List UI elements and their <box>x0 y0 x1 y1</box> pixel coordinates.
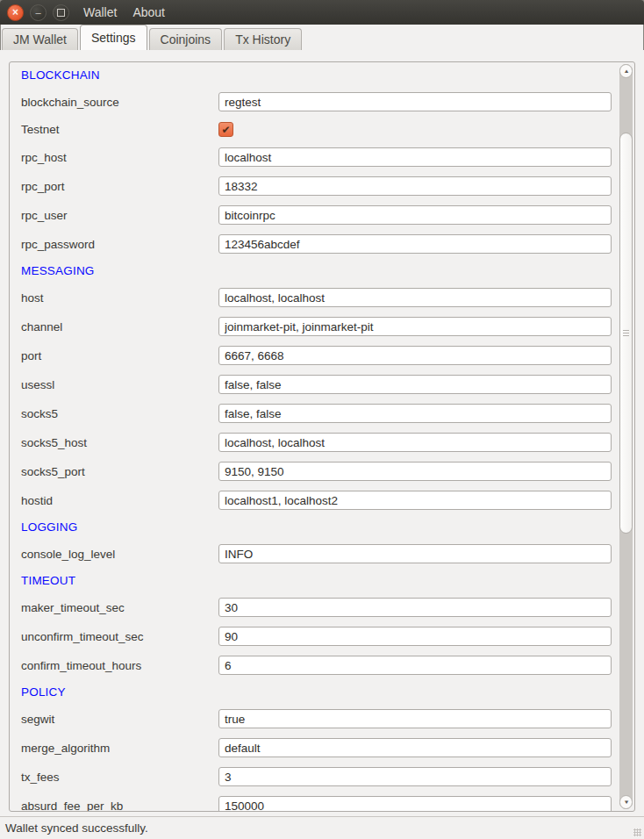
settings-row: channel <box>21 317 612 336</box>
unconfirm-timeout-sec-input[interactable] <box>218 627 612 646</box>
settings-row: maker_timeout_sec <box>21 598 612 617</box>
field-label: rpc_user <box>21 209 218 222</box>
settings-row: merge_algorithm <box>21 738 612 757</box>
settings-row: absurd_fee_per_kb <box>21 796 612 811</box>
field-label: socks5_port <box>21 465 218 478</box>
field-label: channel <box>21 320 218 333</box>
close-button[interactable]: × <box>7 4 24 21</box>
field-label: tx_fees <box>21 771 218 784</box>
hostid-input[interactable] <box>218 491 612 510</box>
merge-algorithm-input[interactable] <box>218 738 612 757</box>
tab-bar: JM Wallet Settings Coinjoins Tx History <box>0 25 644 50</box>
section-header-timeout: TIMEOUT <box>21 573 612 588</box>
rpc-password-input[interactable] <box>218 234 612 254</box>
testnet-checkbox[interactable]: ✔ <box>218 122 233 137</box>
settings-row: socks5_port <box>21 462 612 481</box>
socks5-host-input[interactable] <box>218 433 612 452</box>
settings-row: rpc_host <box>21 147 612 167</box>
status-message: Wallet synced successfully. <box>5 821 148 835</box>
field-label: host <box>21 291 218 305</box>
menu-about[interactable]: About <box>125 0 173 25</box>
settings-row: confirm_timeout_hours <box>21 656 612 675</box>
settings-row: port <box>21 346 612 365</box>
section-header-messaging: MESSAGING <box>21 263 612 278</box>
port-input[interactable] <box>218 346 612 365</box>
settings-row: rpc_password <box>21 234 612 254</box>
settings-row: tx_fees <box>21 767 612 786</box>
settings-row: segwit <box>21 709 612 728</box>
tab-settings[interactable]: Settings <box>80 25 147 50</box>
host-input[interactable] <box>218 288 612 307</box>
vertical-scrollbar[interactable]: ▲ ▼ <box>619 64 633 809</box>
minimize-icon: – <box>35 8 40 18</box>
field-label: hostid <box>21 494 218 507</box>
settings-row: socks5_host <box>21 433 612 452</box>
field-label: blockchain_source <box>21 96 218 109</box>
section-header-logging: LOGGING <box>21 520 612 534</box>
field-label: console_log_level <box>21 548 218 561</box>
scroll-down-button[interactable]: ▼ <box>619 795 633 809</box>
field-label: absurd_fee_per_kb <box>21 800 218 812</box>
section-header-blockchain: BLOCKCHAIN <box>21 68 612 82</box>
scroll-down-icon: ▼ <box>623 800 629 805</box>
maximize-icon <box>57 9 65 17</box>
settings-row: socks5 <box>21 404 612 423</box>
rpc-user-input[interactable] <box>218 205 612 225</box>
socks5-input[interactable] <box>218 404 612 423</box>
settings-row: rpc_user <box>21 205 612 225</box>
field-label: Testnet <box>21 123 218 136</box>
field-label: segwit <box>21 713 218 726</box>
settings-row: host <box>21 288 612 307</box>
close-icon: × <box>12 7 18 18</box>
scroll-up-icon: ▲ <box>623 68 629 74</box>
settings-row: unconfirm_timeout_sec <box>21 627 612 646</box>
channel-input[interactable] <box>218 317 612 336</box>
settings-row: rpc_port <box>21 176 612 196</box>
resize-grip[interactable] <box>633 828 641 836</box>
tx-fees-input[interactable] <box>218 767 612 786</box>
check-icon: ✔ <box>221 125 230 135</box>
maker-timeout-sec-input[interactable] <box>218 598 612 617</box>
tab-coinjoins[interactable]: Coinjoins <box>149 28 223 50</box>
field-label: rpc_password <box>21 238 218 251</box>
field-label: socks5 <box>21 407 218 420</box>
field-label: confirm_timeout_hours <box>21 659 218 672</box>
settings-scroll-frame: BLOCKCHAIN blockchain_source Testnet ✔ r… <box>9 61 635 812</box>
usessl-input[interactable] <box>218 375 612 394</box>
settings-row: usessl <box>21 375 612 394</box>
confirm-timeout-hours-input[interactable] <box>218 656 612 675</box>
segwit-input[interactable] <box>218 709 612 728</box>
tab-jm-wallet[interactable]: JM Wallet <box>2 28 78 50</box>
scrollbar-grip-icon <box>623 330 629 337</box>
absurd-fee-per-kb-input[interactable] <box>218 796 612 811</box>
status-bar: Wallet synced successfully. <box>0 816 644 839</box>
maximize-button[interactable] <box>53 4 69 21</box>
tab-tx-history[interactable]: Tx History <box>224 28 302 50</box>
blockchain-source-input[interactable] <box>218 92 612 111</box>
console-log-level-input[interactable] <box>218 544 612 563</box>
menu-wallet[interactable]: Wallet <box>75 0 125 25</box>
field-label: merge_algorithm <box>21 742 218 755</box>
field-label: rpc_host <box>21 151 218 164</box>
settings-row: Testnet ✔ <box>21 121 612 138</box>
socks5-port-input[interactable] <box>218 462 612 481</box>
titlebar[interactable]: × – Wallet About <box>0 0 644 25</box>
app-window: { "titlebar": { "menu": [ { "label": "Wa… <box>0 0 644 839</box>
settings-row: console_log_level <box>21 544 612 563</box>
field-label: unconfirm_timeout_sec <box>21 630 218 643</box>
section-header-policy: POLICY <box>21 685 612 699</box>
minimize-button[interactable]: – <box>30 4 47 21</box>
field-label: socks5_host <box>21 436 218 449</box>
scrollbar-thumb[interactable] <box>619 133 633 534</box>
settings-pane: BLOCKCHAIN blockchain_source Testnet ✔ r… <box>0 50 644 816</box>
settings-row: blockchain_source <box>21 92 612 111</box>
field-label: port <box>21 349 218 362</box>
settings-form: BLOCKCHAIN blockchain_source Testnet ✔ r… <box>10 62 634 811</box>
rpc-port-input[interactable] <box>218 176 612 196</box>
settings-row: hostid <box>21 491 612 510</box>
rpc-host-input[interactable] <box>218 147 612 167</box>
field-label: maker_timeout_sec <box>21 601 218 614</box>
field-label: rpc_port <box>21 180 218 193</box>
scroll-up-button[interactable]: ▲ <box>619 64 633 78</box>
field-label: usessl <box>21 378 218 391</box>
